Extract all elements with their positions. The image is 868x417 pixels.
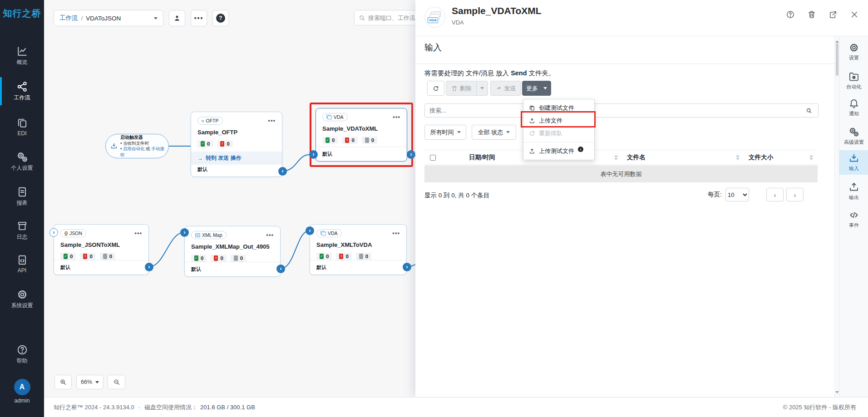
output-tray-icon [848,182,859,193]
select-all-checkbox[interactable] [430,155,436,161]
success-count: 0 [197,140,213,147]
node-menu-button[interactable]: ••• [268,118,276,123]
sidebar-item-workflows[interactable]: 工作流 [0,81,44,102]
column-header-filesize[interactable]: 文件大小 [749,153,773,162]
connector-out-jsontoxml[interactable] [145,263,153,271]
column-header-filename[interactable]: 文件名 [627,153,646,162]
trash-icon[interactable] [807,10,816,19]
port-nav-automation[interactable]: 自动化 [839,69,868,93]
sidebar-item-profile-settings[interactable]: 个人设置 [0,151,44,172]
zoom-level-dropdown[interactable]: 66% [76,375,104,389]
port-nav-settings[interactable]: 设置 [839,39,868,64]
zoom-in-button[interactable] [54,375,72,389]
scrollbar-thumb[interactable] [836,43,838,76]
refresh-button[interactable] [427,81,444,96]
vda-icon [321,231,326,235]
sidebar-item-help[interactable]: 帮助 [0,344,44,365]
sidebar-item-system-settings[interactable]: 系统设置 [0,289,44,309]
start-trigger-node[interactable]: 启动触发器 • 当收到文件时 • 启用自动化 或 手动接收 [105,134,169,158]
user-name: admin [0,397,44,404]
pending-file-icon [103,254,107,259]
menu-item-upload-test-file[interactable]: 上传测试文件 i [523,145,594,157]
sidebar-item-reports[interactable]: 报表 [0,186,44,207]
pending-count: 0 [100,253,115,260]
node-menu-button[interactable]: ••• [393,115,400,119]
port-nav-notifications[interactable]: 通知 [839,95,868,120]
node-sample-jsontoxml[interactable]: {}JSON ••• Sample_JSONToXML 0 0 0 默认 [54,224,149,275]
success-file-icon [320,254,324,259]
file-search-button[interactable] [800,103,819,118]
global-search[interactable] [354,10,415,25]
pending-file-icon [365,137,369,143]
more-options-button[interactable]: ••• [191,10,207,26]
success-count: 0 [60,253,76,260]
time-filter-dropdown[interactable]: 所有时间 [424,125,466,140]
error-count: 0 [342,137,357,144]
global-search-input[interactable] [368,15,415,21]
node-sample-xmlmap[interactable]: XML Map ••• Sample_XMLMap_Out_4905 0 0 0… [184,226,281,277]
node-sample-vdatoxml[interactable]: VDA ••• Sample_VDAToXML 0 0 0 默认 [316,108,407,162]
user-menu-button[interactable] [169,10,185,26]
port-nav-input[interactable]: 输入 [839,150,868,175]
menu-item-upload-file[interactable]: 上传文件 [523,114,594,127]
port-nav-advanced-settings[interactable]: 高级设置 [839,124,868,148]
sidebar-item-logs[interactable]: 日志 [0,220,44,241]
breadcrumb[interactable]: 工作流 / VDAToJSON [54,10,163,26]
user-avatar[interactable]: A [14,379,30,395]
gear-icon [16,289,28,300]
menu-item-requeue[interactable]: 重新排队 [523,127,594,140]
panel-scrollbar[interactable] [834,37,839,397]
column-header-date[interactable]: 日期/时间 [469,153,495,162]
file-search-input[interactable] [424,103,800,118]
sidebar-item-edi[interactable]: EDI [0,117,44,137]
breadcrumb-current: VDAToJSON [86,15,121,22]
send-button[interactable]: 发送 [490,81,521,96]
node-menu-button[interactable]: ••• [392,231,400,235]
scroll-down-arrow[interactable] [835,391,839,395]
connector-out-vdatoxml[interactable] [407,150,415,159]
close-icon[interactable] [850,10,859,19]
per-page-select[interactable]: 10 [725,188,749,201]
connector-in-xmltovda[interactable] [306,226,314,235]
status-filter-dropdown[interactable]: 全部 状态 [472,125,516,140]
delete-dropdown-button[interactable] [476,81,488,96]
connector-in-jsontoxml[interactable] [49,228,58,237]
connector-out-xmlmap[interactable] [276,265,285,273]
enable-automation-link[interactable]: 启用自动化 [123,146,145,151]
sort-icon[interactable] [736,153,740,162]
next-page-button[interactable]: › [786,188,804,201]
more-button[interactable]: 更多 [522,81,551,96]
external-link-icon[interactable] [829,10,838,19]
port-nav-output[interactable]: 输出 [839,179,868,204]
left-sidebar: 知行之桥 概览 工作流 EDI 个人设置 报表 日志 API 系统设置 帮助 A… [0,0,44,417]
node-sample-oftp[interactable]: ≈OFTP ••• Sample_OFTP 0 0 →转到 发送 操作 默认 [191,112,282,177]
node-sample-xmltovda[interactable]: VDA ••• Sample_XMLToVDA 0 0 0 默认 [310,224,407,275]
help-button[interactable]: ? [212,10,229,26]
port-nav-events[interactable]: 事件 [839,207,868,231]
connector-out-xmltovda[interactable] [403,263,411,271]
success-count: 0 [191,255,207,262]
prev-page-button[interactable]: ‹ [766,188,784,201]
sort-icon[interactable] [809,153,813,162]
node-type-badge: {}JSON [60,229,86,237]
sort-icon[interactable] [614,153,618,162]
node-menu-button[interactable]: ••• [266,233,274,237]
menu-item-create-test-file[interactable]: 创建测试文件 [523,102,594,114]
breadcrumb-section[interactable]: 工作流 [59,14,78,22]
sidebar-item-api[interactable]: API [0,254,44,274]
delete-button[interactable]: 删除 [446,81,477,96]
input-tray-icon [848,153,859,164]
connector-in-vdatoxml[interactable] [309,150,318,159]
connector-in-xmlmap[interactable] [180,228,189,237]
help-icon[interactable] [786,10,795,19]
ellipsis-icon: ••• [194,15,204,22]
workflow-canvas[interactable]: 工作流 / VDAToJSON ••• ? 启动触发器 • 当收到文件时 • 启… [44,0,415,397]
sidebar-item-overview[interactable]: 概览 [0,45,44,66]
error-count: 0 [211,255,226,262]
zoom-out-button[interactable] [108,375,125,389]
connector-out-oftp[interactable] [278,167,287,176]
scroll-up-arrow[interactable] [835,39,839,43]
copy-icon [529,105,535,111]
node-footer-label: 默认 [322,151,332,157]
node-menu-button[interactable]: ••• [134,231,142,235]
